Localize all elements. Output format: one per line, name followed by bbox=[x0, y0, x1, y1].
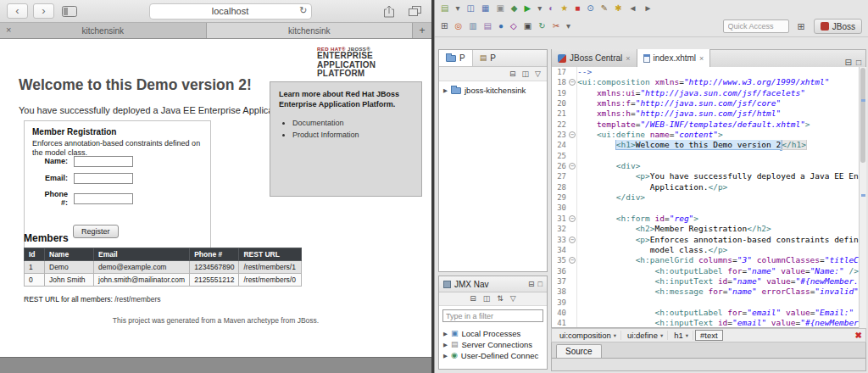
quick-access-input[interactable] bbox=[723, 19, 789, 33]
tab-close-icon[interactable]: × bbox=[699, 54, 704, 63]
tab-close-icon[interactable]: × bbox=[626, 54, 630, 63]
back-icon[interactable]: ◄ bbox=[629, 4, 637, 13]
print-icon[interactable]: ▣ bbox=[496, 4, 504, 13]
stop-icon[interactable]: ■ bbox=[575, 4, 580, 13]
expand-icon[interactable]: ▶ bbox=[443, 353, 448, 359]
minimize-icon[interactable]: ⊟ bbox=[528, 280, 535, 288]
tree-item[interactable]: ▶◉User-Defined Connec bbox=[442, 350, 544, 361]
run-icon[interactable]: ▶ bbox=[525, 4, 531, 13]
scrollbar-thumb[interactable] bbox=[860, 68, 865, 163]
external-tools-icon[interactable]: ★ bbox=[560, 4, 568, 13]
editor-scrollbar[interactable] bbox=[859, 67, 866, 328]
xml-icon[interactable]: ◇ bbox=[510, 22, 517, 31]
code-text[interactable] bbox=[577, 203, 865, 213]
new-menu-icon[interactable]: ▾ bbox=[455, 4, 459, 13]
code-text[interactable]: <h:panelGrid columns="3" columnClasses="… bbox=[577, 255, 865, 265]
code-text[interactable]: <p>You have successfully deployed a Java… bbox=[577, 171, 865, 181]
code-text[interactable]: template="/WEB-INF/templates/default.xht… bbox=[577, 120, 865, 130]
last-edit-icon[interactable]: ✱ bbox=[615, 4, 621, 13]
aside-link[interactable]: Documentation bbox=[292, 119, 413, 127]
code-text[interactable]: <h:outputLabel for="email" value="Email:… bbox=[577, 308, 865, 318]
minimize-icon[interactable]: ⊟ bbox=[845, 58, 852, 67]
code-text[interactable]: <p>Enforces annotation-based constraints… bbox=[577, 235, 865, 245]
code-text[interactable] bbox=[577, 298, 865, 308]
expand-icon[interactable]: ▶ bbox=[443, 331, 448, 337]
sidebar-icon[interactable] bbox=[62, 6, 77, 17]
code-text[interactable]: Application.</p> bbox=[577, 182, 865, 192]
tree-item[interactable]: ▶▤Server Connections bbox=[442, 339, 544, 350]
breadcrumb-item[interactable]: h1▾ bbox=[670, 331, 693, 340]
code-text[interactable]: </div> bbox=[577, 192, 865, 203]
code-text[interactable]: <h:message for="name" errorClass="invali… bbox=[577, 287, 865, 297]
packages-tab[interactable]: ▤P bbox=[473, 50, 503, 66]
profile-icon[interactable]: ◐ bbox=[548, 4, 554, 13]
breadcrumb-item[interactable]: #text bbox=[695, 330, 723, 341]
code-editor[interactable]: 17-->18−<ui:composition xmlns="http://ww… bbox=[551, 67, 866, 328]
project-explorer-tab[interactable]: P bbox=[439, 50, 473, 66]
editor-tab[interactable]: index.xhtml× bbox=[637, 49, 711, 67]
link-editor-icon[interactable]: ◫ bbox=[522, 70, 530, 78]
perspective-jboss-button[interactable]: JBoss bbox=[814, 19, 862, 34]
code-text[interactable]: <div> bbox=[577, 161, 865, 171]
code-text[interactable] bbox=[577, 151, 865, 161]
refresh-icon[interactable]: ↻ bbox=[538, 22, 545, 31]
expand-icon[interactable]: ▶ bbox=[443, 87, 448, 94]
code-text[interactable]: <h:outputLabel for="name" value="Name:" … bbox=[577, 266, 865, 276]
forward-icon[interactable]: ► bbox=[643, 4, 652, 13]
terminal-icon[interactable]: ▣ bbox=[524, 22, 531, 31]
breadcrumb-close-icon[interactable]: ✖ bbox=[855, 331, 862, 340]
breadcrumb-item[interactable]: ui:define▾ bbox=[623, 331, 668, 340]
rest-members-link[interactable]: /rest/members bbox=[114, 295, 160, 303]
address-bar[interactable]: localhost ↻ bbox=[149, 3, 312, 19]
expand-icon[interactable]: ▶ bbox=[443, 342, 448, 348]
field-input[interactable] bbox=[74, 173, 133, 184]
more-icon[interactable]: ▾ bbox=[566, 22, 570, 31]
code-text[interactable]: --> bbox=[577, 67, 865, 77]
browser-tab[interactable]: ×kitchensink bbox=[0, 23, 207, 38]
breadcrumb-item[interactable]: ui:composition▾ bbox=[555, 331, 621, 340]
register-button[interactable]: Register bbox=[73, 225, 119, 238]
fold-collapse-icon[interactable]: − bbox=[569, 215, 576, 222]
debug-icon[interactable]: ◆ bbox=[511, 4, 518, 13]
code-text[interactable]: <h:inputText id="email" value="#{newMemb… bbox=[577, 318, 865, 328]
code-text[interactable]: <ui:define name="content"> bbox=[577, 130, 865, 140]
jmx-tab-label[interactable]: JMX Nav bbox=[454, 280, 489, 289]
code-text[interactable]: <h:form id="reg"> bbox=[577, 214, 865, 224]
database-icon[interactable]: ▤ bbox=[484, 22, 492, 31]
open-perspective-icon[interactable]: ⊞ bbox=[798, 21, 805, 32]
sort-icon[interactable]: ⇅ bbox=[497, 295, 504, 303]
source-tab[interactable]: Source bbox=[556, 344, 602, 358]
code-text[interactable]: <h:inputText id="name" value="#{newMembe… bbox=[577, 276, 865, 287]
fold-collapse-icon[interactable]: − bbox=[569, 237, 576, 243]
server-icon[interactable]: ▥ bbox=[469, 22, 476, 31]
code-text[interactable]: model class.</p> bbox=[577, 245, 865, 255]
java-icon[interactable]: ◎ bbox=[454, 22, 462, 31]
run-menu-icon[interactable]: ▾ bbox=[537, 4, 542, 13]
new-connection-icon[interactable]: ◫ bbox=[483, 295, 491, 303]
fold-collapse-icon[interactable]: − bbox=[569, 79, 576, 86]
save-icon[interactable]: ◫ bbox=[466, 4, 474, 13]
code-text[interactable]: xmlns:f="http://java.sun.com/jsf/core" bbox=[577, 98, 865, 109]
back-button[interactable]: ‹ bbox=[7, 3, 28, 19]
tree-item[interactable]: ▶▣Local Processes bbox=[442, 328, 544, 339]
open-perspective-icon[interactable]: ⊞ bbox=[441, 22, 448, 31]
collapse-all-icon[interactable]: ⊟ bbox=[509, 70, 516, 78]
share-icon[interactable] bbox=[383, 5, 395, 18]
code-text[interactable]: <ui:composition xmlns="http://www.w3.org… bbox=[577, 77, 865, 87]
tab-overview-icon[interactable] bbox=[409, 6, 422, 17]
tree-item[interactable]: ▶jboss-kitchensink bbox=[442, 85, 544, 96]
forward-button[interactable]: › bbox=[33, 3, 54, 19]
new-wizard-icon[interactable]: ▤ bbox=[441, 4, 448, 13]
tab-close-icon[interactable]: × bbox=[6, 25, 11, 35]
refresh-icon[interactable]: ↻ bbox=[299, 5, 307, 16]
maximize-icon[interactable]: □ bbox=[538, 280, 542, 288]
fold-collapse-icon[interactable]: − bbox=[569, 257, 576, 264]
code-text[interactable]: <h1>Welcome to this Demo version 2</h1> bbox=[577, 140, 865, 150]
aside-link[interactable]: Product Information bbox=[292, 131, 413, 139]
view-menu-icon[interactable]: ▽ bbox=[535, 70, 541, 78]
new-tab-button[interactable]: + bbox=[413, 23, 431, 38]
snippet-icon[interactable]: ✂ bbox=[553, 22, 559, 31]
code-text[interactable]: <h2>Member Registration</h2> bbox=[577, 224, 865, 234]
fold-collapse-icon[interactable]: − bbox=[569, 131, 576, 138]
web-icon[interactable]: ● bbox=[498, 22, 504, 31]
